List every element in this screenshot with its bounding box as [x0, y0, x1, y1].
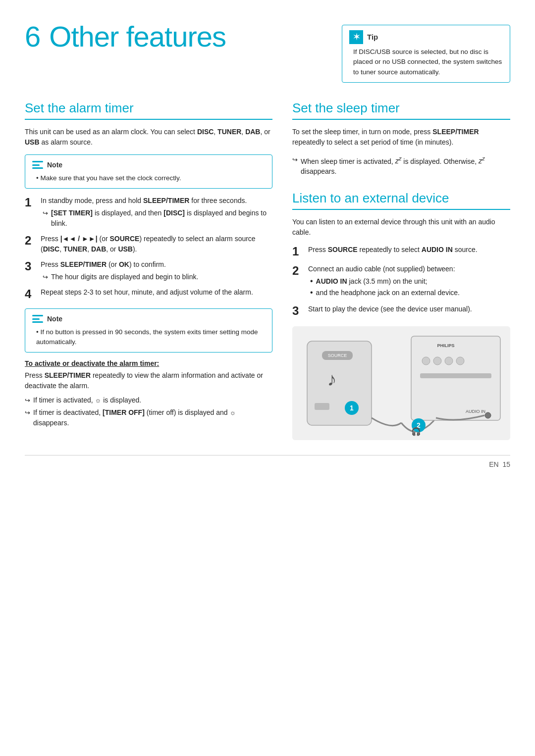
external-steps: 1 Press SOURCE repeatedly to select AUDI…	[292, 245, 510, 318]
note-icon-1	[32, 161, 43, 169]
tip-area: ✶ Tip If DISC/USB source is selected, bu…	[342, 20, 510, 92]
chapter-number: 6	[25, 20, 40, 52]
svg-rect-3	[315, 403, 329, 410]
ext-step-num-2: 2	[292, 264, 303, 299]
activate-text: Press SLEEP/TIMER repeatedly to view the…	[25, 370, 272, 391]
alarm-section-title: Set the alarm timer	[25, 101, 272, 120]
ext-step-num-1: 1	[292, 245, 303, 259]
ext-step-3: 3 Start to play the device (see the devi…	[292, 304, 510, 318]
svg-point-10	[422, 357, 430, 365]
title-area: 6Other features	[25, 20, 322, 92]
ext-step-2: 2 Connect an audio cable (not supplied) …	[292, 264, 510, 299]
step-num-3: 3	[25, 259, 36, 282]
footer: EN 15	[25, 455, 510, 468]
note-header-2: Note	[32, 314, 265, 324]
external-section-title: Listen to an external device	[292, 191, 510, 210]
external-section: Listen to an external device You can lis…	[292, 191, 510, 440]
sleep-intro: To set the sleep timer, in turn on mode,…	[292, 127, 510, 148]
step-num-1: 1	[25, 196, 36, 229]
right-column: Set the sleep timer To set the sleep tim…	[292, 92, 510, 440]
svg-point-11	[433, 357, 441, 365]
note-icon-2	[32, 315, 43, 323]
alarm-step-3: 3 Press SLEEP/TIMER (or OK) to confirm. …	[25, 259, 272, 282]
svg-text:♪: ♪	[327, 369, 337, 390]
ext-step-2-bullets: • AUDIO IN jack (3.5 mm) on the unit; • …	[310, 276, 510, 298]
step-content-4: Repeat steps 2-3 to set hour, minute, an…	[41, 287, 272, 302]
svg-rect-14	[420, 373, 491, 378]
svg-text:PHILIPS: PHILIPS	[437, 343, 454, 348]
svg-point-16	[485, 412, 491, 418]
top-row: 6Other features ✶ Tip If DISC/USB source…	[25, 20, 510, 92]
ext-step-content-1: Press SOURCE repeatedly to select AUDIO …	[308, 245, 510, 259]
activate-arrow-1: ↪ If timer is activated, ☼ is displayed.	[25, 395, 272, 405]
page-title: 6Other features	[25, 20, 322, 53]
alarm-intro: This unit can be used as an alarm clock.…	[25, 127, 272, 148]
alarm-note-2: Note • If no button is pressed in 90 sec…	[25, 308, 272, 353]
step-3-arrow: ↪ The hour digits are displayed and begi…	[43, 272, 272, 282]
sleep-section: Set the sleep timer To set the sleep tim…	[292, 101, 510, 177]
sleep-arrow: ↪ When sleep timer is activated, zz is d…	[292, 154, 510, 177]
ext-step-num-3: 3	[292, 304, 303, 318]
svg-text:🎧: 🎧	[411, 427, 421, 436]
step-content-3: Press SLEEP/TIMER (or OK) to confirm. ↪ …	[41, 259, 272, 282]
left-column: Set the alarm timer This unit can be use…	[25, 92, 272, 440]
tip-label: Tip	[367, 32, 378, 43]
main-layout: Set the alarm timer This unit can be use…	[25, 92, 510, 440]
ext-step-content-2: Connect an audio cable (not supplied) be…	[308, 264, 510, 299]
device-diagram: ♪ 1 SOURCE PHILIPS	[292, 326, 510, 440]
page-title-text: Other features	[49, 20, 226, 52]
step-num-4: 4	[25, 287, 36, 302]
step-content-1: In standby mode, press and hold SLEEP/TI…	[41, 196, 272, 229]
svg-text:AUDIO IN: AUDIO IN	[466, 409, 485, 414]
step-3-sub: ↪ The hour digits are displayed and begi…	[41, 272, 272, 282]
alarm-step-1: 1 In standby mode, press and hold SLEEP/…	[25, 196, 272, 229]
tip-bullet: If DISC/USB source is selected, but no d…	[353, 47, 503, 77]
alarm-note-1: Note • Make sure that you have set the c…	[25, 154, 272, 189]
note-bullet-1: • Make sure that you have set the clock …	[36, 173, 265, 183]
ext-bullet-2: • and the headphone jack on an external …	[310, 288, 510, 298]
note-label-1: Note	[47, 160, 62, 170]
activate-title: To activate or deactivate the alarm time…	[25, 359, 272, 367]
svg-text:1: 1	[350, 404, 354, 412]
sleep-section-title: Set the sleep timer	[292, 101, 510, 120]
tip-header: ✶ Tip	[349, 30, 503, 44]
alarm-step-4: 4 Repeat steps 2-3 to set hour, minute, …	[25, 287, 272, 302]
step-1-sub: ↪ [SET TIMER] is displayed, and then [DI…	[41, 208, 272, 229]
footer-page: EN 15	[489, 460, 510, 468]
ext-step-1: 1 Press SOURCE repeatedly to select AUDI…	[292, 245, 510, 259]
note-header-1: Note	[32, 160, 265, 170]
activate-arrows: ↪ If timer is activated, ☼ is displayed.…	[25, 395, 272, 428]
activate-arrow-2: ↪ If timer is deactivated, [TIMER OFF] (…	[25, 407, 272, 428]
note-label-2: Note	[47, 314, 62, 324]
svg-point-12	[445, 357, 453, 365]
alarm-steps: 1 In standby mode, press and hold SLEEP/…	[25, 196, 272, 302]
tip-icon: ✶	[349, 30, 363, 44]
tip-box: ✶ Tip If DISC/USB source is selected, bu…	[342, 25, 510, 83]
svg-text:SOURCE: SOURCE	[328, 353, 347, 358]
device-diagram-svg: ♪ 1 SOURCE PHILIPS	[292, 326, 510, 440]
external-intro: You can listen to an external device thr…	[292, 217, 510, 238]
step-content-2: Press |◄◄ / ►►| (or SOURCE) repeatedly t…	[41, 234, 272, 254]
ext-bullet-1: • AUDIO IN jack (3.5 mm) on the unit;	[310, 276, 510, 287]
ext-step-content-3: Start to play the device (see the device…	[308, 304, 510, 318]
step-1-arrow: ↪ [SET TIMER] is displayed, and then [DI…	[43, 208, 272, 229]
alarm-step-2: 2 Press |◄◄ / ►►| (or SOURCE) repeatedly…	[25, 234, 272, 254]
activate-section: To activate or deactivate the alarm time…	[25, 359, 272, 428]
note-bullet-2: • If no button is pressed in 90 seconds,…	[36, 327, 265, 348]
step-num-2: 2	[25, 234, 36, 254]
alarm-section: Set the alarm timer This unit can be use…	[25, 101, 272, 429]
svg-point-13	[456, 357, 464, 365]
